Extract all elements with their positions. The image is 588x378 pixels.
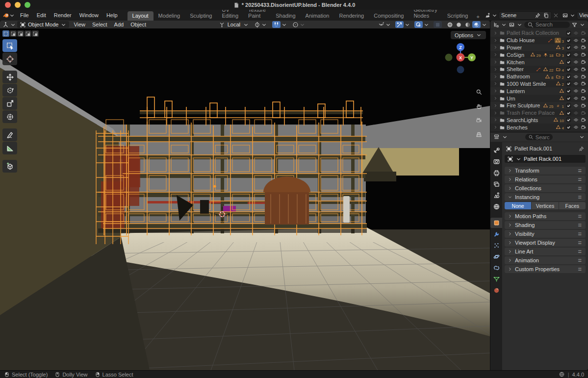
navigation-gizmo[interactable]: ZXY bbox=[442, 41, 479, 78]
menu-render[interactable]: Render bbox=[50, 11, 76, 19]
checkbox-icon[interactable] bbox=[566, 103, 571, 108]
checkbox-icon[interactable] bbox=[566, 45, 571, 50]
collection-name[interactable]: Power bbox=[507, 45, 522, 50]
panel-collections[interactable]: Collections〓 bbox=[505, 184, 586, 192]
select-mode-set[interactable] bbox=[2, 30, 9, 37]
outliner-search[interactable]: Search bbox=[524, 22, 570, 28]
tool-move[interactable] bbox=[2, 71, 17, 83]
pan-hand-icon[interactable] bbox=[473, 101, 484, 111]
viewport-3d[interactable]: Options ZXY bbox=[0, 28, 490, 370]
checkbox-icon[interactable] bbox=[566, 117, 571, 123]
panel-motion-paths[interactable]: Motion Paths〓 bbox=[505, 212, 586, 220]
checkbox-icon[interactable] bbox=[566, 67, 571, 72]
chevron-down-icon[interactable] bbox=[9, 12, 15, 19]
panel-animation[interactable]: Animation〓 bbox=[505, 256, 586, 264]
properties-tab-constraints[interactable] bbox=[490, 263, 502, 273]
menu-file[interactable]: File bbox=[16, 11, 33, 19]
expand-chevron-icon[interactable] bbox=[493, 125, 498, 129]
collection-name[interactable]: Club House bbox=[507, 37, 535, 43]
chevron-down-icon[interactable] bbox=[501, 22, 507, 28]
properties-tab-object[interactable] bbox=[490, 218, 502, 228]
collection-name[interactable]: Bathroom bbox=[507, 74, 530, 79]
checkbox-icon[interactable] bbox=[566, 110, 571, 116]
pin-icon[interactable] bbox=[578, 146, 585, 152]
viewport-menu-view[interactable]: View bbox=[70, 21, 89, 28]
hide-eye-icon[interactable] bbox=[573, 67, 579, 72]
filter-icon[interactable] bbox=[571, 22, 578, 28]
viewport-menu-object[interactable]: Object bbox=[127, 21, 150, 28]
properties-tab-render[interactable] bbox=[490, 156, 502, 167]
properties-search[interactable]: Search bbox=[525, 134, 553, 140]
disable-render-camera-icon[interactable] bbox=[581, 38, 586, 43]
tool-scale[interactable] bbox=[2, 97, 17, 110]
disable-render-camera-icon[interactable] bbox=[581, 125, 586, 130]
tool-rotate[interactable] bbox=[2, 84, 17, 97]
add-workspace-button[interactable]: + bbox=[473, 13, 483, 21]
collection-name[interactable]: Pallet Rack Collection bbox=[507, 30, 559, 36]
outliner-row[interactable]: SearchLights10 bbox=[490, 117, 588, 124]
menu-window[interactable]: Window bbox=[76, 11, 102, 19]
hide-eye-icon[interactable] bbox=[573, 38, 579, 43]
checkbox-icon[interactable] bbox=[566, 88, 571, 94]
outliner-editor-icon[interactable] bbox=[493, 22, 499, 28]
proportional-editing-icon[interactable] bbox=[292, 22, 299, 28]
options-button[interactable]: Options bbox=[451, 31, 486, 39]
tool-transform[interactable] bbox=[2, 110, 17, 123]
expand-chevron-icon[interactable] bbox=[493, 67, 498, 72]
disable-render-camera-icon[interactable] bbox=[581, 81, 586, 86]
hide-eye-icon[interactable] bbox=[573, 96, 579, 101]
hide-eye-icon[interactable] bbox=[573, 74, 579, 79]
checkbox-icon[interactable] bbox=[566, 96, 571, 101]
hide-eye-icon[interactable] bbox=[573, 88, 579, 94]
properties-tab-viewlayer[interactable] bbox=[490, 179, 502, 189]
hide-eye-icon[interactable] bbox=[573, 103, 579, 108]
tool-select-box[interactable] bbox=[2, 39, 17, 52]
checkbox-icon[interactable] bbox=[566, 59, 571, 65]
viewlayer-icon[interactable] bbox=[562, 12, 568, 19]
collection-name[interactable]: Urn bbox=[507, 96, 515, 101]
disable-render-camera-icon[interactable] bbox=[581, 117, 586, 123]
expand-chevron-icon[interactable] bbox=[493, 52, 498, 57]
tab-layout[interactable]: Layout bbox=[128, 11, 153, 21]
outliner-row[interactable]: Kitchen bbox=[490, 58, 588, 66]
expand-chevron-icon[interactable] bbox=[493, 96, 498, 101]
close-window-button[interactable] bbox=[5, 2, 11, 8]
network-icon[interactable] bbox=[559, 371, 565, 378]
select-mode-extend[interactable] bbox=[10, 30, 17, 37]
outliner-row[interactable]: Shelter224 bbox=[490, 66, 588, 73]
viewlayer-field[interactable]: ViewLayer bbox=[577, 11, 588, 20]
properties-editor-icon[interactable] bbox=[493, 134, 500, 140]
tab-compositing[interactable]: Compositing bbox=[369, 11, 409, 21]
instancing-option-faces[interactable]: Faces bbox=[559, 202, 586, 209]
expand-chevron-icon[interactable] bbox=[493, 81, 498, 86]
properties-tab-scene[interactable] bbox=[490, 190, 502, 201]
gizmos-dropdown[interactable] bbox=[395, 21, 410, 28]
expand-chevron-icon[interactable] bbox=[493, 75, 498, 79]
tool-annotate[interactable] bbox=[2, 128, 17, 141]
select-mode-subtract[interactable] bbox=[17, 30, 24, 37]
minimize-window-button[interactable] bbox=[15, 2, 21, 8]
select-mode-intersect[interactable] bbox=[32, 30, 39, 37]
instancing-option-vertices[interactable]: Vertices bbox=[532, 202, 558, 209]
collection-name[interactable]: CoSign bbox=[507, 52, 524, 58]
chevron-down-icon[interactable] bbox=[281, 22, 287, 28]
properties-tab-world[interactable] bbox=[490, 202, 502, 212]
collection-name[interactable]: Kitchen bbox=[507, 59, 525, 65]
outliner-row[interactable]: Urn bbox=[490, 95, 588, 102]
panel-line-art[interactable]: Line Art〓 bbox=[505, 248, 586, 255]
collection-name[interactable]: Lantern bbox=[507, 88, 525, 94]
perspective-toggle-icon[interactable] bbox=[473, 129, 484, 140]
panel-transform[interactable]: Transform〓 bbox=[505, 167, 586, 175]
mode-selector[interactable]: Object Mode bbox=[17, 21, 69, 28]
tool-cursor[interactable] bbox=[2, 52, 17, 65]
expand-chevron-icon[interactable] bbox=[493, 38, 498, 43]
chevron-down-icon[interactable] bbox=[491, 12, 498, 19]
outliner-row[interactable]: 1000 Watt Smile2 bbox=[490, 80, 588, 88]
tab-rendering[interactable]: Rendering bbox=[334, 11, 369, 21]
collection-name[interactable]: SearchLights bbox=[507, 117, 538, 123]
checkbox-icon[interactable] bbox=[566, 30, 571, 36]
disable-render-camera-icon[interactable] bbox=[581, 103, 586, 108]
visibility-dropdown[interactable] bbox=[378, 22, 391, 28]
panel-visibility[interactable]: Visibility〓 bbox=[505, 230, 586, 238]
tab-shading[interactable]: Shading bbox=[271, 11, 300, 21]
